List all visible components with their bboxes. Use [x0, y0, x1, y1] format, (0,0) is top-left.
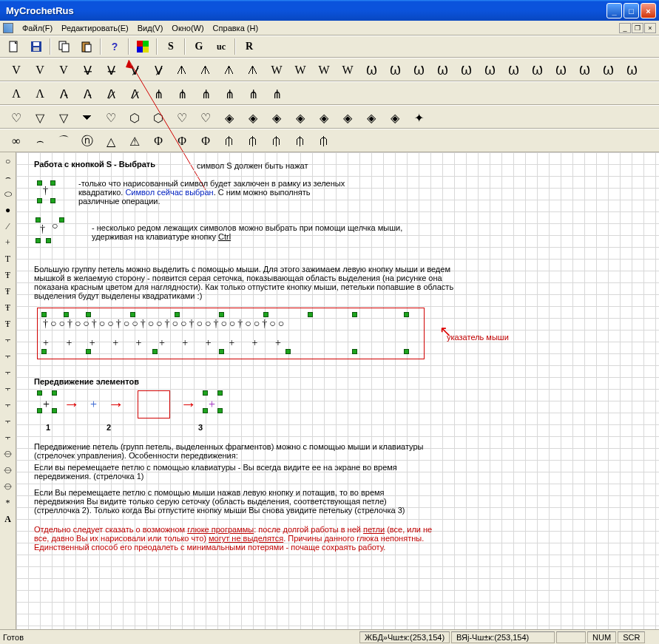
stitch-fan10[interactable]: Ѡ [479, 61, 501, 80]
stitch-d6[interactable]: ⬡ [124, 108, 146, 127]
stitch-o5[interactable]: △ [100, 132, 122, 151]
stitch-a11[interactable]: ⋔ [242, 84, 264, 104]
stitch-d2[interactable]: ▽ [29, 108, 51, 127]
lp-hook7[interactable]: ⫟ [2, 432, 14, 444]
stitch-v7[interactable]: V̷ [147, 61, 169, 80]
stitch-fan16[interactable]: Ѡ [621, 61, 643, 80]
help-button[interactable]: ? [104, 37, 125, 56]
stitch-fan13[interactable]: Ѡ [550, 61, 572, 80]
r-tool-button[interactable]: R [239, 37, 260, 56]
stitch-d16[interactable]: ◈ [360, 108, 382, 127]
lp-tbar[interactable]: Ŧ [2, 269, 14, 281]
stitch-fan11[interactable]: Ѡ [502, 61, 524, 80]
uc-tool-button[interactable]: uc [211, 37, 232, 56]
stitch-o11[interactable]: ⫛ [242, 132, 264, 151]
lp-puff3[interactable]: ⦵ [2, 481, 14, 492]
close-button[interactable]: × [641, 3, 656, 18]
stitch-fan6[interactable]: Ѡ [384, 61, 406, 80]
stitch-a12[interactable]: ⋔ [266, 84, 288, 104]
stitch-d8[interactable]: ♡ [171, 108, 193, 127]
stitch-fan1[interactable]: W [266, 61, 288, 80]
lp-hook5[interactable]: ⫟ [2, 399, 14, 411]
maximize-button[interactable]: □ [623, 3, 639, 18]
stitch-a7[interactable]: ⋔ [147, 84, 169, 104]
stitch-shell2[interactable]: ⩚ [195, 61, 217, 80]
stitch-a2[interactable]: Λ [29, 84, 51, 104]
stitch-o8[interactable]: Φ [171, 132, 193, 151]
stitch-fan3[interactable]: W [313, 61, 335, 80]
stitch-d14[interactable]: ◈ [313, 108, 335, 127]
mdi-minimize-button[interactable]: _ [619, 23, 631, 33]
menu-window[interactable]: Окно(W) [167, 22, 208, 34]
stitch-fan7[interactable]: Ѡ [408, 61, 430, 80]
stitch-shell4[interactable]: ⩚ [242, 61, 264, 80]
stitch-a9[interactable]: ⋔ [195, 84, 217, 104]
stitch-o4[interactable]: ⓝ [76, 132, 98, 151]
stitch-a4[interactable]: Λ̵ [76, 84, 98, 104]
lp-t4[interactable]: Ŧ [2, 318, 14, 330]
lp-circle[interactable]: ○ [2, 155, 14, 167]
lp-hook2[interactable]: ⫟ [2, 350, 14, 362]
stitch-d11[interactable]: ◈ [242, 108, 264, 127]
stitch-o10[interactable]: ⫛ [218, 132, 240, 151]
stitch-o13[interactable]: ⫛ [289, 132, 311, 151]
stitch-a6[interactable]: Λ̷ [124, 84, 146, 104]
stitch-d4[interactable]: ⏷ [76, 108, 98, 127]
stitch-a3[interactable]: Λ̵ [53, 84, 75, 104]
stitch-v1[interactable]: V [5, 61, 27, 80]
stitch-d10[interactable]: ◈ [218, 108, 240, 127]
lp-text[interactable]: A [2, 513, 14, 525]
menu-file[interactable]: Файл(F) [18, 22, 57, 34]
lp-hook4[interactable]: ⫟ [2, 383, 14, 395]
stitch-o12[interactable]: ⫛ [266, 132, 288, 151]
stitch-shell3[interactable]: ⩚ [218, 61, 240, 80]
stitch-v3[interactable]: V [53, 61, 75, 80]
stitch-o14[interactable]: ⫛ [313, 132, 335, 151]
stitch-fan5[interactable]: Ѡ [360, 61, 382, 80]
stitch-a10[interactable]: ⋔ [218, 84, 240, 104]
select-tool-button[interactable]: S [160, 37, 181, 56]
stitch-o6[interactable]: ⚠ [124, 132, 146, 151]
save-button[interactable] [26, 37, 47, 56]
lp-oval[interactable]: ⬭ [2, 188, 14, 200]
stitch-o7[interactable]: Φ [147, 132, 169, 151]
stitch-d15[interactable]: ◈ [337, 108, 359, 127]
mdi-close-button[interactable]: × [644, 23, 656, 33]
stitch-shell1[interactable]: ⩚ [171, 61, 193, 80]
lp-t2[interactable]: Ŧ [2, 285, 14, 297]
lp-plus[interactable]: + [2, 237, 14, 248]
stitch-a1[interactable]: Λ [5, 84, 27, 104]
stitch-d1[interactable]: ♡ [5, 108, 27, 127]
stitch-fan8[interactable]: Ѡ [431, 61, 453, 80]
stitch-o2[interactable]: ⌢ [29, 132, 51, 151]
stitch-fan2[interactable]: W [289, 61, 311, 80]
stitch-v6[interactable]: V̷ [124, 61, 146, 80]
stitch-v5[interactable]: V̶ [100, 61, 122, 80]
stitch-o3[interactable]: ⌒ [53, 132, 75, 151]
lp-dot[interactable]: ● [2, 204, 14, 216]
stitch-d5[interactable]: ♡ [100, 108, 122, 127]
stitch-fan12[interactable]: Ѡ [526, 61, 548, 80]
stitch-d18[interactable]: ✦ [408, 108, 430, 127]
g-tool-button[interactable]: G [189, 37, 209, 56]
stitch-d13[interactable]: ◈ [289, 108, 311, 127]
menu-view[interactable]: Вид(V) [133, 22, 168, 34]
mdi-restore-button[interactable]: ❐ [632, 23, 643, 33]
paste-button[interactable] [76, 37, 97, 56]
lp-puff2[interactable]: ⦵ [2, 464, 14, 476]
stitch-o9[interactable]: Φ [195, 132, 217, 151]
stitch-v4[interactable]: V̶ [76, 61, 98, 80]
stitch-o1[interactable]: ∞ [5, 132, 27, 151]
stitch-fan4[interactable]: W [337, 61, 359, 80]
new-button[interactable] [4, 37, 24, 56]
lp-hook3[interactable]: ⫟ [2, 367, 14, 379]
lp-slash[interactable]: ∕ [2, 220, 14, 232]
minimize-button[interactable]: _ [606, 3, 622, 18]
stitch-fan9[interactable]: Ѡ [455, 61, 477, 80]
stitch-a8[interactable]: ⋔ [171, 84, 193, 104]
canvas[interactable]: Работа с кнопкой S - Выбрать символ S до… [16, 152, 659, 629]
stitch-fan15[interactable]: Ѡ [597, 61, 619, 80]
stitch-fan14[interactable]: Ѡ [573, 61, 595, 80]
lp-puff1[interactable]: ⦵ [2, 448, 14, 460]
stitch-a5[interactable]: Λ̷ [100, 84, 122, 104]
